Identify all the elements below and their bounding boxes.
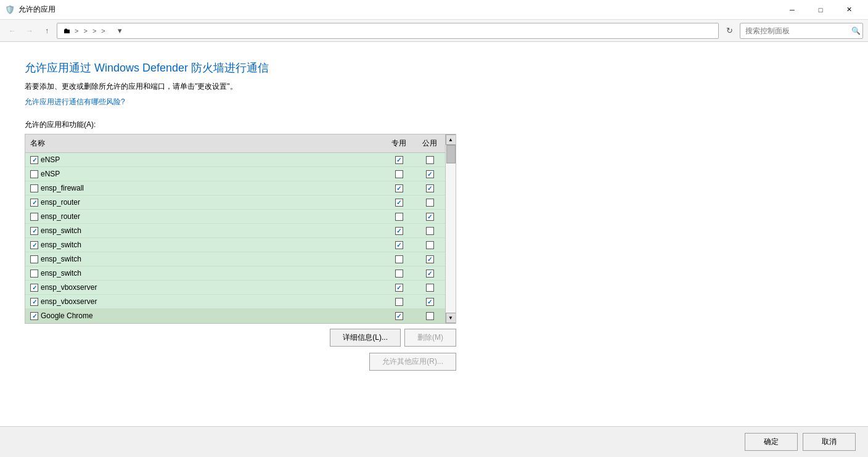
table-row: ensp_vboxserver xyxy=(25,281,445,295)
risk-link[interactable]: 允许应用进行通信有哪些风险? xyxy=(25,97,125,106)
app-public-checkbox[interactable] xyxy=(426,255,434,263)
app-name-label: ensp_firewall xyxy=(41,184,84,192)
app-name-cell: eNSP xyxy=(25,167,383,181)
search-input[interactable] xyxy=(740,23,863,39)
close-button[interactable]: ✕ xyxy=(835,0,863,20)
app-private-cell xyxy=(383,210,414,224)
app-public-cell xyxy=(414,252,445,266)
delete-button[interactable]: 删除(M) xyxy=(404,329,456,347)
app-name-checkbox[interactable] xyxy=(30,170,38,178)
app-name-checkbox[interactable] xyxy=(30,213,38,221)
app-name-checkbox[interactable] xyxy=(30,184,38,192)
path-dropdown-button[interactable]: ▾ xyxy=(113,23,128,38)
app-name-checkbox[interactable] xyxy=(30,270,38,278)
app-name-checkbox[interactable] xyxy=(30,156,38,164)
app-private-checkbox[interactable] xyxy=(395,241,403,249)
app-private-cell xyxy=(383,252,414,266)
app-public-cell xyxy=(414,210,445,224)
app-public-checkbox[interactable] xyxy=(426,284,434,292)
app-private-cell xyxy=(383,153,414,167)
app-private-cell xyxy=(383,196,414,210)
app-public-checkbox[interactable] xyxy=(426,199,434,207)
table-row: Google Chrome xyxy=(25,309,445,323)
allow-other-button[interactable]: 允许其他应用(R)... xyxy=(369,353,456,371)
app-public-cell xyxy=(414,153,445,167)
app-name-checkbox[interactable] xyxy=(30,241,38,249)
app-public-checkbox[interactable] xyxy=(426,184,434,192)
app-name-cell: Google Chrome xyxy=(25,309,383,323)
table-header-row: 名称 专用 公用 xyxy=(25,134,445,153)
search-wrapper: 🔍 xyxy=(740,23,863,39)
app-name-label: eNSP xyxy=(41,170,60,178)
path-folder-icon: 🖿 xyxy=(62,26,72,36)
app-name-cell: ensp_vboxserver xyxy=(25,281,383,295)
app-name-checkbox[interactable] xyxy=(30,227,38,235)
app-public-cell xyxy=(414,181,445,196)
up-button[interactable]: ↑ xyxy=(39,23,54,38)
app-public-checkbox[interactable] xyxy=(426,270,434,278)
scroll-up-button[interactable]: ▲ xyxy=(446,134,456,145)
app-public-checkbox[interactable] xyxy=(426,241,434,249)
app-name-label: ensp_router xyxy=(41,198,80,207)
app-private-checkbox[interactable] xyxy=(395,213,403,221)
table-row: eNSP xyxy=(25,153,445,167)
app-public-checkbox[interactable] xyxy=(426,298,434,306)
app-name-cell: ensp_switch xyxy=(25,266,383,281)
app-name-cell: ensp_firewall xyxy=(25,181,383,196)
app-public-cell xyxy=(414,167,445,181)
col-public-header: 公用 xyxy=(414,134,445,153)
scroll-down-button[interactable]: ▼ xyxy=(446,313,456,323)
app-name-checkbox[interactable] xyxy=(30,312,38,320)
maximize-button[interactable]: □ xyxy=(806,0,835,20)
app-private-checkbox[interactable] xyxy=(395,184,403,192)
app-private-cell xyxy=(383,281,414,295)
app-private-checkbox[interactable] xyxy=(395,156,403,164)
minimize-button[interactable]: ─ xyxy=(778,0,806,20)
ok-button[interactable]: 确定 xyxy=(745,433,798,451)
app-name-checkbox[interactable] xyxy=(30,199,38,207)
table-row: ensp_switch xyxy=(25,266,445,281)
table-row: ensp_router xyxy=(25,210,445,224)
app-private-cell xyxy=(383,238,414,252)
path-sep-3: > xyxy=(92,27,96,35)
app-public-checkbox[interactable] xyxy=(426,312,434,320)
title-bar-icon: 🛡️ xyxy=(5,5,15,15)
page-subtitle: 若要添加、更改或删除所允许的应用和端口，请单击"更改设置"。 xyxy=(25,81,843,92)
app-private-checkbox[interactable] xyxy=(395,170,403,178)
address-path: 🖿 > > > > ▾ xyxy=(57,23,719,39)
app-private-checkbox[interactable] xyxy=(395,199,403,207)
app-private-checkbox[interactable] xyxy=(395,227,403,235)
title-bar-title: 允许的应用 xyxy=(18,4,778,15)
col-name-header: 名称 xyxy=(25,134,383,153)
app-public-cell xyxy=(414,224,445,238)
app-public-checkbox[interactable] xyxy=(426,170,434,178)
forward-button[interactable]: → xyxy=(22,23,37,38)
table-row: ensp_vboxserver xyxy=(25,295,445,309)
cancel-button[interactable]: 取消 xyxy=(803,433,856,451)
scroll-thumb[interactable] xyxy=(446,145,456,163)
app-table-wrapper: 名称 专用 公用 eNSPeNSPensp_firewallensp_route… xyxy=(25,134,456,324)
app-name-label: eNSP xyxy=(41,155,60,164)
app-name-cell: eNSP xyxy=(25,153,383,167)
app-name-checkbox[interactable] xyxy=(30,298,38,306)
app-name-checkbox[interactable] xyxy=(30,284,38,292)
back-button[interactable]: ← xyxy=(5,23,20,38)
app-private-checkbox[interactable] xyxy=(395,255,403,263)
app-private-cell xyxy=(383,309,414,323)
app-private-checkbox[interactable] xyxy=(395,298,403,306)
table-row: ensp_router xyxy=(25,196,445,210)
app-public-checkbox[interactable] xyxy=(426,156,434,164)
app-name-label: ensp_switch xyxy=(41,255,81,263)
details-button[interactable]: 详细信息(L)... xyxy=(330,329,401,347)
app-private-checkbox[interactable] xyxy=(395,312,403,320)
app-name-checkbox[interactable] xyxy=(30,255,38,263)
app-private-checkbox[interactable] xyxy=(395,270,403,278)
app-public-checkbox[interactable] xyxy=(426,227,434,235)
app-public-checkbox[interactable] xyxy=(426,213,434,221)
app-name-label: ensp_switch xyxy=(41,241,81,249)
app-private-checkbox[interactable] xyxy=(395,284,403,292)
table-scrollbar[interactable]: ▲ ▼ xyxy=(445,134,456,323)
refresh-button[interactable]: ↻ xyxy=(721,23,737,39)
search-button[interactable]: 🔍 xyxy=(851,27,861,35)
table-row: eNSP xyxy=(25,167,445,181)
